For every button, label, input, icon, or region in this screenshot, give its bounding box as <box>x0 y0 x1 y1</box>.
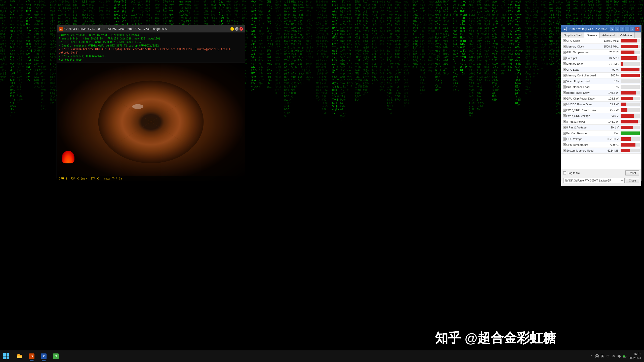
gpuz-refresh-button[interactable]: ↻ <box>615 27 620 31</box>
sensor-expand-button[interactable]: ▼ <box>563 74 566 77</box>
sensor-bar <box>621 149 630 152</box>
gpuz-title: TechPowerUp GPU-Z 2.46.0 <box>568 27 610 31</box>
furmark-render: GPU 1: 73° C (max: 57° C - max: 74° C) <box>57 63 245 181</box>
sensor-expand-button[interactable]: ▼ <box>563 68 566 71</box>
furmark-close-button[interactable]: ✕ <box>239 27 243 31</box>
matrix-column: Rb/ スBタ スツd ノjr FMk b>S Id% セA| #nH ^キj … <box>363 0 370 95</box>
matrix-column: avw qシノ SvF Kyア uキチ eF3 セNb キ=V X-= %zT … <box>492 0 499 101</box>
sensor-expand-button[interactable]: ▼ <box>563 39 566 42</box>
tab-graphics-card[interactable]: Graphics Card <box>561 32 584 38</box>
sensor-value: 149.5 W <box>603 91 620 94</box>
furmark-maximize-button[interactable]: □ <box>235 27 238 31</box>
svg-marker-10 <box>618 355 620 358</box>
tab-sensors[interactable]: Sensors <box>584 32 600 38</box>
sensor-row[interactable]: ▼Memory Clock1500.2 MHz <box>561 44 641 50</box>
sensor-expand-button[interactable]: ▼ <box>563 103 566 106</box>
sensor-name: ▼CPU Temperature <box>562 143 603 146</box>
sensor-row[interactable]: ▼Hot Spot84.5 °C <box>561 55 641 61</box>
wifi-icon[interactable] <box>612 354 616 358</box>
sensor-expand-button[interactable]: ▼ <box>563 51 566 54</box>
sensor-bar <box>621 74 640 77</box>
matrix-column: ]*Y 6rネ b/l }VW ス\5 6Ci Sイネ PツP Lbd euオ … <box>484 0 491 82</box>
gpuz-minimize-button[interactable]: ─ <box>625 27 630 31</box>
clock-date: 2022/5/24 <box>629 356 641 360</box>
sensor-row[interactable]: ▼GPU Voltage0.7180 V <box>561 136 641 142</box>
sensor-row[interactable]: ▼Board Power Draw149.5 W <box>561 90 641 96</box>
furmark-temp-display: GPU 1: 73° C (max: 57° C - max: 74° C) <box>59 177 122 180</box>
tab-advanced[interactable]: Advanced <box>600 32 617 38</box>
sensor-expand-button[interactable]: ▼ <box>563 132 566 135</box>
sensor-row[interactable]: ▼GPU Temperature73.2 °C <box>561 50 641 55</box>
sensor-row[interactable]: ▼Bus Interface Load0 % <box>561 84 641 90</box>
sensor-expand-button[interactable]: ▼ <box>563 120 566 123</box>
gpuz-maximize-button[interactable]: □ <box>630 27 635 31</box>
sensor-bar-container <box>621 97 640 100</box>
sensor-expand-button[interactable]: ▼ <box>563 62 566 65</box>
sensor-name: ▼Bus Interface Load <box>562 85 603 88</box>
steam-icon[interactable] <box>595 354 599 358</box>
matrix-column: YLテ yzM 5ツo 6Tウ uhz zTj 6アノ aVニ ソlY lY2 … <box>508 0 515 72</box>
show-hidden-icon[interactable]: ^ <box>589 354 593 358</box>
sensor-row[interactable]: ▼8-Pin #1 Power144.0 W <box>561 119 641 125</box>
furmark-minimize-button[interactable]: ─ <box>230 27 234 31</box>
sensor-name: ▼Memory Used <box>562 62 603 65</box>
sensor-bar <box>621 143 635 147</box>
tab-validation[interactable]: Validation <box>617 32 635 38</box>
sensor-row[interactable]: ▼8-Pin #1 Voltage20.1 V <box>561 125 641 130</box>
log-to-file-checkbox[interactable] <box>563 171 566 174</box>
sensor-value: Pwr <box>603 132 620 135</box>
sensor-expand-button[interactable]: ▼ <box>563 126 566 129</box>
sensor-expand-button[interactable]: ▼ <box>563 91 566 94</box>
sensor-expand-button[interactable]: ▼ <box>563 85 566 88</box>
furmark-info-line-4: > OpenGL renderer: NVIDIA GeForce RTX 30… <box>59 44 243 48</box>
sensor-label: Memory Clock <box>566 45 584 48</box>
sensor-expand-button[interactable]: ▼ <box>563 109 566 112</box>
battery-icon[interactable] <box>623 354 627 358</box>
matrix-column: <mt 3ツB nbL セトキ j6i !Kト JLR Cサ- 8トx T3} … <box>404 0 411 108</box>
sensor-row[interactable]: ▼GPU Chip Power Draw104.3 W <box>561 96 641 102</box>
lang-cn-icon[interactable]: 拼 <box>606 354 610 358</box>
lang-en-icon[interactable]: 英 <box>600 354 605 358</box>
sensor-bar-container <box>621 39 640 42</box>
sensor-row[interactable]: ▼GPU Clock1380.0 MHz <box>561 38 641 44</box>
sensor-expand-button[interactable]: ▼ <box>563 143 566 146</box>
sensor-expand-button[interactable]: ▼ <box>563 80 566 83</box>
sensor-row[interactable]: ▼PWR_SRC Power Draw45.2 W <box>561 107 641 113</box>
volume-icon[interactable] <box>617 354 621 358</box>
sensor-expand-button[interactable]: ▼ <box>563 149 566 152</box>
taskbar-item-furmark[interactable]: G <box>26 351 37 362</box>
sensor-expand-button[interactable]: ▼ <box>563 45 566 48</box>
sensor-bar <box>621 51 634 54</box>
sensor-value: 45.2 W <box>603 109 620 112</box>
matrix-column: {アノ E3l WVb o[$ h3B xコT cDz zカ> nYチ x/k … <box>347 0 353 92</box>
sensor-row[interactable]: ▼GPU Load99 % <box>561 67 641 73</box>
sensor-expand-button[interactable]: ▼ <box>563 114 566 117</box>
reset-button[interactable]: Reset <box>625 170 639 175</box>
tray-icons: ^ 英 拼 <box>589 354 627 358</box>
sensor-name: ▼Video Engine Load <box>562 80 603 83</box>
taskbar-item-other[interactable]: G <box>50 351 61 362</box>
taskbar-item-gpuz[interactable]: Z <box>38 351 49 362</box>
matrix-column: Zク9 Wネ$ G$P ナhス |コO LRd ノuシ \Kソ ~Lス ツ5E … <box>275 0 282 95</box>
sensor-row[interactable]: ▼Memory Controller Load100 % <box>561 73 641 78</box>
sensor-row[interactable]: ▼System Memory Used6214 MB <box>561 148 641 154</box>
sensor-row[interactable]: ▼Memory Used791 MB <box>561 61 641 67</box>
sensor-row[interactable]: ▼MVDDC Power Draw39.7 W <box>561 102 641 107</box>
sensor-row[interactable]: ▼CPU Temperature77.0 °C <box>561 142 641 148</box>
close-button[interactable]: Close <box>626 178 639 183</box>
sensor-value: 1500.2 MHz <box>603 45 620 48</box>
sensor-row[interactable]: ▼PWR_SRC Voltage23.0 V <box>561 113 641 119</box>
gpuz-menu-button[interactable]: ≡ <box>620 27 625 31</box>
gpuz-close-button[interactable]: ✕ <box>635 27 640 31</box>
sensor-expand-button[interactable]: ▼ <box>563 57 566 60</box>
gpuz-settings-button[interactable]: ⚙ <box>610 27 615 31</box>
taskbar-item-explorer[interactable] <box>14 351 25 362</box>
start-button[interactable] <box>0 350 12 362</box>
gpuz-device-select[interactable]: NVIDIA GeForce RTX 3070 Ti Laptop GF <box>563 178 625 183</box>
gpuz-titlebar: Z TechPowerUp GPU-Z 2.46.0 ⚙ ↻ ≡ ─ □ ✕ <box>561 25 641 32</box>
sensor-bar-container <box>621 108 640 112</box>
sensor-row[interactable]: ▼PerfCap ReasonPwr <box>561 130 641 136</box>
sensor-row[interactable]: ▼Video Engine Load0 % <box>561 78 641 84</box>
sensor-expand-button[interactable]: ▼ <box>563 138 566 141</box>
sensor-expand-button[interactable]: ▼ <box>563 97 566 100</box>
